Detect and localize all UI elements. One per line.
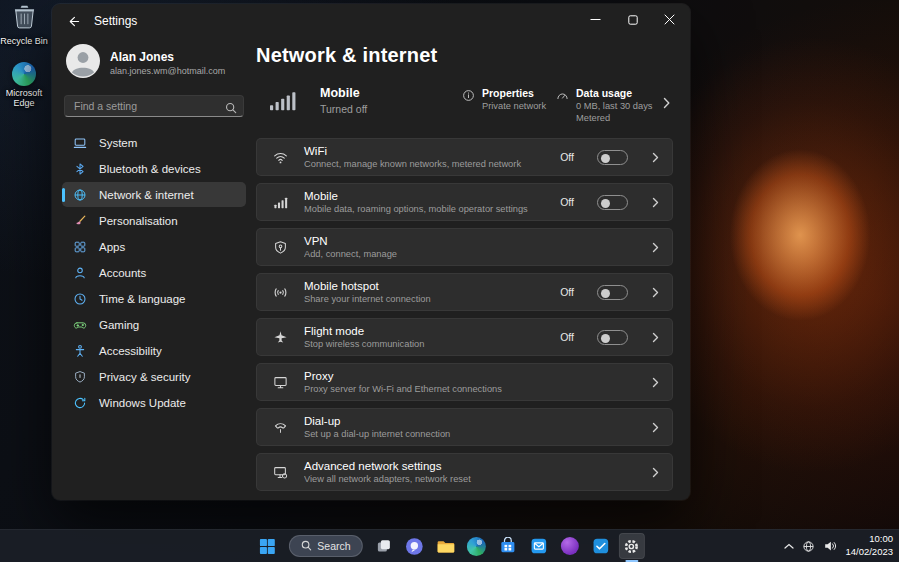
- sidebar-item-windows-update[interactable]: Windows Update: [62, 390, 246, 415]
- card-subtitle: Add, connect, manage: [304, 249, 628, 259]
- sidebar-item-accounts[interactable]: Accounts: [62, 260, 246, 285]
- sidebar-item-network-internet[interactable]: Network & internet: [62, 182, 246, 207]
- chevron-right-icon[interactable]: [652, 242, 659, 253]
- network-tray-icon[interactable]: [802, 540, 815, 553]
- page-title: Network & internet: [256, 44, 673, 67]
- card-subtitle: View all network adapters, network reset: [304, 474, 628, 484]
- sidebar-item-label: Windows Update: [99, 397, 186, 409]
- file-explorer-button[interactable]: [433, 533, 459, 559]
- card-dial-up[interactable]: Dial-up Set up a dial-up internet connec…: [256, 408, 673, 446]
- network-status-hero: Mobile Turned off Properties Private net…: [256, 79, 673, 125]
- app-purple-button[interactable]: [557, 533, 583, 559]
- maximize-button[interactable]: [614, 4, 651, 35]
- search-icon: [225, 100, 237, 118]
- chevron-right-icon[interactable]: [652, 152, 659, 163]
- minimize-button[interactable]: [577, 4, 614, 35]
- chat-button[interactable]: [402, 533, 428, 559]
- card-vpn[interactable]: VPN Add, connect, manage: [256, 228, 673, 266]
- user-name: Alan Jones: [110, 50, 225, 64]
- card-subtitle: Share your internet connection: [304, 294, 545, 304]
- chevron-right-icon[interactable]: [663, 95, 670, 113]
- mail-button[interactable]: [526, 533, 552, 559]
- phone-handset-icon: [272, 420, 289, 435]
- toggle-state-label: Off: [560, 151, 574, 163]
- sidebar-item-privacy-security[interactable]: Privacy & security: [62, 364, 246, 389]
- back-button[interactable]: [67, 15, 80, 28]
- sidebar-item-time-language[interactable]: Time & language: [62, 286, 246, 311]
- card-text: Mobile hotspot Share your internet conne…: [304, 280, 545, 304]
- toggle-knob: [601, 199, 610, 208]
- user-profile[interactable]: Alan Jones alan.jones.wm@hotmail.com: [62, 42, 246, 95]
- sidebar-item-label: System: [99, 137, 137, 149]
- edge-icon: [12, 62, 36, 86]
- volume-tray-icon[interactable]: [823, 539, 837, 553]
- settings-button[interactable]: [619, 533, 645, 559]
- hotspot-toggle[interactable]: [597, 285, 628, 300]
- desktop-icon-recycle-bin[interactable]: Recycle Bin: [0, 3, 50, 46]
- chevron-right-icon[interactable]: [652, 287, 659, 298]
- sidebar-item-system[interactable]: System: [62, 130, 246, 155]
- toggle-state-label: Off: [560, 196, 574, 208]
- person-icon: [72, 266, 87, 280]
- taskbar-clock[interactable]: 10:00 14/02/2023: [845, 533, 893, 559]
- chevron-right-icon[interactable]: [652, 377, 659, 388]
- sidebar-item-personalisation[interactable]: Personalisation: [62, 208, 246, 233]
- sidebar-item-label: Time & language: [99, 293, 186, 305]
- main-content: Network & internet Mobile Turned off Pro…: [256, 38, 673, 491]
- chevron-right-icon[interactable]: [652, 422, 659, 433]
- app-teal-button[interactable]: [588, 533, 614, 559]
- close-button[interactable]: [651, 4, 688, 35]
- taskbar-search[interactable]: Search: [288, 535, 362, 557]
- card-advanced-network-settings[interactable]: Advanced network settings View all netwo…: [256, 453, 673, 491]
- airplane-icon: [272, 330, 289, 345]
- sidebar-item-gaming[interactable]: Gaming: [62, 312, 246, 337]
- user-email: alan.jones.wm@hotmail.com: [110, 66, 225, 76]
- search-input[interactable]: [64, 95, 244, 117]
- card-title: Mobile hotspot: [304, 280, 545, 292]
- flight-mode-toggle[interactable]: [597, 330, 628, 345]
- hero-data-usage[interactable]: Data usage 0 MB, last 30 days Metered: [556, 87, 652, 123]
- chevron-right-icon[interactable]: [652, 332, 659, 343]
- sidebar-item-apps[interactable]: Apps: [62, 234, 246, 259]
- microsoft-store-button[interactable]: [495, 533, 521, 559]
- card-text: Dial-up Set up a dial-up internet connec…: [304, 415, 628, 439]
- edge-button[interactable]: [464, 533, 490, 559]
- desktop-icon-label: Recycle Bin: [0, 36, 48, 46]
- start-button[interactable]: [254, 533, 280, 559]
- chevron-right-icon[interactable]: [652, 197, 659, 208]
- card-title: Flight mode: [304, 325, 545, 337]
- card-wifi[interactable]: WiFi Connect, manage known networks, met…: [256, 138, 673, 176]
- sidebar-item-bluetooth-devices[interactable]: Bluetooth & devices: [62, 156, 246, 181]
- sidebar-item-label: Personalisation: [99, 215, 178, 227]
- toggle-state-label: Off: [560, 331, 574, 343]
- card-flight-mode[interactable]: Flight mode Stop wireless communication …: [256, 318, 673, 356]
- card-mobile[interactable]: Mobile Mobile data, roaming options, mob…: [256, 183, 673, 221]
- wifi-toggle[interactable]: [597, 150, 628, 165]
- task-view-button[interactable]: [371, 533, 397, 559]
- sidebar-nav: System Bluetooth & devices Network & int…: [62, 130, 246, 415]
- proxy-monitor-icon: [272, 375, 289, 390]
- update-arrows-icon: [72, 396, 87, 410]
- taskbar-search-label: Search: [317, 540, 350, 552]
- purple-app-icon: [561, 537, 579, 555]
- card-mobile-hotspot[interactable]: Mobile hotspot Share your internet conne…: [256, 273, 673, 311]
- shield-icon: [72, 370, 87, 384]
- tray-chevron-up-icon[interactable]: [784, 543, 794, 550]
- card-text: Mobile Mobile data, roaming options, mob…: [304, 190, 545, 214]
- edge-icon: [467, 537, 486, 556]
- card-proxy[interactable]: Proxy Proxy server for Wi-Fi and Etherne…: [256, 363, 673, 401]
- hotspot-icon: [272, 285, 289, 300]
- desktop-icon-microsoft-edge[interactable]: Microsoft Edge: [0, 62, 50, 108]
- desktop-background: Recycle Bin Microsoft Edge Settings: [0, 0, 899, 562]
- sidebar-item-accessibility[interactable]: Accessibility: [62, 338, 246, 363]
- search-icon: [300, 540, 311, 553]
- chevron-right-icon[interactable]: [652, 467, 659, 478]
- hero-properties[interactable]: Properties Private network: [462, 87, 546, 111]
- globe-icon: [72, 188, 87, 202]
- sidebar-item-label: Privacy & security: [99, 371, 190, 383]
- mobile-toggle[interactable]: [597, 195, 628, 210]
- sidebar-item-label: Accessibility: [99, 345, 162, 357]
- card-subtitle: Set up a dial-up internet connection: [304, 429, 628, 439]
- hero-network-state: Turned off: [320, 103, 367, 115]
- taskbar: Search: [0, 529, 899, 562]
